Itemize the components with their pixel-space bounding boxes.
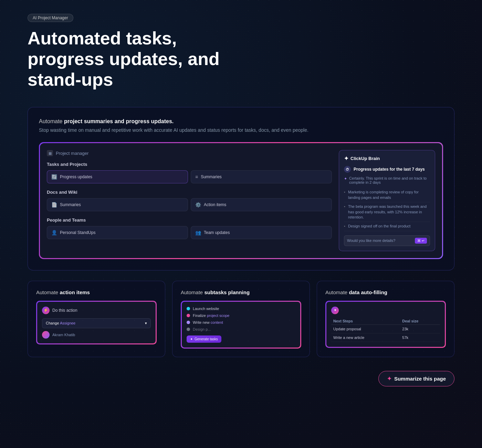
subtasks-mockup: Launch website Finalize project scope Wr… [181, 301, 301, 349]
action-items-mockup: ⚡ Do this action Change Assignee ▾ Akram… [36, 301, 157, 344]
summarize-icon: ✦ [387, 375, 391, 382]
ai-badge-label: AI Project Manager [33, 15, 68, 20]
brain-bullets: Marketing is completing review of copy f… [344, 188, 430, 231]
brain-intro: ✦ Certainly. This sprint is on time and … [344, 176, 430, 184]
brain-input-placeholder: Would you like more details? [347, 238, 412, 243]
task-label-team: Team updates [204, 230, 230, 235]
sparkle-icon: ✦ [344, 177, 347, 181]
task-label-standups: Personal StandUps [60, 230, 95, 235]
subtasks-title: Automate subtasks planning [181, 289, 301, 295]
brain-query-text: Progress updates for the last 7 days [354, 167, 425, 172]
task-label-summaries: Summaries [201, 174, 222, 179]
app-left-panel: ▦ Project manager Tasks and Projects 🔄 P… [47, 150, 332, 251]
data-autofill-card: Automate data auto-filling ✦ Next Steps … [317, 281, 454, 357]
subtask-dot-1 [187, 307, 190, 310]
brain-header: ✦ ClickUp Brain [344, 155, 430, 162]
people-section-title: People and Teams [47, 217, 332, 223]
tasks-section-title: Tasks and Projects [47, 162, 332, 167]
main-card: Automate project summaries and progress … [28, 107, 454, 270]
action-items-header: ⚡ Do this action [42, 307, 151, 314]
brain-bullet-1: Marketing is completing review of copy f… [344, 188, 430, 202]
task-label-doc: Summaries [60, 202, 81, 207]
dropdown-chevron-icon: ▾ [145, 321, 147, 326]
task-icon-team: 👥 [195, 230, 201, 235]
task-label-progress: Progress updates [60, 174, 92, 179]
task-label-action: Action items [204, 202, 226, 207]
subtask-dot-2 [187, 314, 190, 317]
main-card-intro: Automate project summaries and progress … [39, 118, 443, 125]
action-items-card: Automate action items ⚡ Do this action C… [28, 281, 165, 357]
action-items-mockup-inner: ⚡ Do this action Change Assignee ▾ Akram… [37, 302, 156, 343]
table-cell-step-1: Update proposal [331, 324, 400, 333]
action-user: Akram Khatib [42, 331, 151, 339]
subtasks-mockup-inner: Launch website Finalize project scope Wr… [182, 302, 300, 348]
subtask-dot-4 [187, 328, 190, 331]
brain-title: ClickUp Brain [350, 156, 380, 161]
app-header-label: Project manager [56, 151, 88, 156]
sparkle-generate-icon: ✦ [190, 337, 193, 341]
task-icon-action: ⚙️ [195, 202, 201, 207]
task-icon-doc: 📄 [51, 202, 57, 207]
change-label: Change [46, 321, 60, 325]
action-icon: ⚡ [42, 307, 50, 314]
table-cell-value-1: 23k [400, 324, 440, 333]
data-table: Next Steps Deal size Update proposal 23k… [331, 318, 440, 342]
app-mockup: ▦ Project manager Tasks and Projects 🔄 P… [39, 142, 443, 259]
avatar [42, 331, 50, 339]
task-item-summaries[interactable]: ≡ Summaries [191, 170, 332, 183]
table-row-2: Write a new article 57k [331, 333, 440, 342]
action-label: Do this action [52, 308, 77, 313]
summarize-row: ✦ Summarize this page [28, 371, 454, 386]
task-item-standups[interactable]: 👤 Personal StandUps [47, 226, 188, 239]
data-header: ✦ [331, 307, 440, 314]
data-sparkle-icon: ✦ [331, 307, 339, 314]
data-autofill-mockup: ✦ Next Steps Deal size Update proposal 2… [325, 301, 446, 348]
docs-section-title: Docs and Wiki [47, 190, 332, 195]
people-grid: 👤 Personal StandUps 👥 Team updates [47, 226, 332, 239]
tasks-grid: 🔄 Progress updates ≡ Summaries [47, 170, 332, 183]
brain-send-label: ⌘ ↵ [417, 239, 425, 243]
table-cell-value-2: 57k [400, 333, 440, 342]
summarize-button[interactable]: ✦ Summarize this page [378, 371, 454, 386]
generate-tasks-button[interactable]: ✦ Generate tasks [187, 335, 221, 343]
subtask-2: Finalize project scope [187, 313, 295, 318]
app-header: ▦ Project manager [47, 150, 332, 156]
brain-logo-icon: ✦ [344, 155, 348, 162]
brain-query-icon: ⏱ [344, 166, 351, 173]
action-items-title: Automate action items [36, 289, 157, 295]
subtask-1: Launch website [187, 307, 295, 311]
table-header-steps: Next Steps [331, 318, 400, 325]
user-name: Akram Khatib [52, 333, 75, 337]
subtasks-card: Automate subtasks planning Launch websit… [172, 281, 310, 357]
table-header-deal: Deal size [400, 318, 440, 325]
field-label: Assignee [60, 321, 75, 325]
brain-bullet-2: The beta program was launched this week … [344, 202, 430, 222]
subtask-dot-3 [187, 321, 190, 324]
action-dropdown[interactable]: Change Assignee ▾ [42, 318, 151, 328]
app-icon: ▦ [47, 150, 53, 156]
task-icon-summaries: ≡ [195, 174, 198, 180]
task-item-action-items[interactable]: ⚙️ Action items [191, 198, 332, 211]
task-icon-standups: 👤 [51, 230, 57, 235]
bottom-cards: Automate action items ⚡ Do this action C… [28, 281, 454, 357]
data-autofill-title: Automate data auto-filling [325, 289, 446, 295]
brain-intro-text: Certainly. This sprint is on time and on… [349, 176, 430, 184]
task-item-team-updates[interactable]: 👥 Team updates [191, 226, 332, 239]
brain-query: ⏱ Progress updates for the last 7 days [344, 166, 430, 173]
brain-panel: ✦ ClickUp Brain ⏱ Progress updates for t… [339, 150, 435, 251]
hero-title: Automated tasks, progress updates, and s… [28, 28, 234, 90]
task-item-doc-summaries[interactable]: 📄 Summaries [47, 198, 188, 211]
main-card-subtitle: Stop wasting time on manual and repetiti… [39, 127, 443, 134]
table-row-1: Update proposal 23k [331, 324, 440, 333]
brain-bullet-3: Design signed off on the final product [344, 222, 430, 231]
ai-badge: AI Project Manager [28, 14, 73, 22]
brain-send-button[interactable]: ⌘ ↵ [415, 238, 427, 244]
task-item-progress-updates[interactable]: 🔄 Progress updates [47, 170, 188, 183]
summarize-label: Summarize this page [394, 376, 446, 382]
generate-label: Generate tasks [195, 337, 218, 341]
table-cell-step-2: Write a new article [331, 333, 400, 342]
task-icon-progress: 🔄 [51, 174, 57, 180]
brain-input-row[interactable]: Would you like more details? ⌘ ↵ [344, 235, 430, 246]
subtask-4: Design p... [187, 327, 295, 331]
docs-grid: 📄 Summaries ⚙️ Action items [47, 198, 332, 211]
